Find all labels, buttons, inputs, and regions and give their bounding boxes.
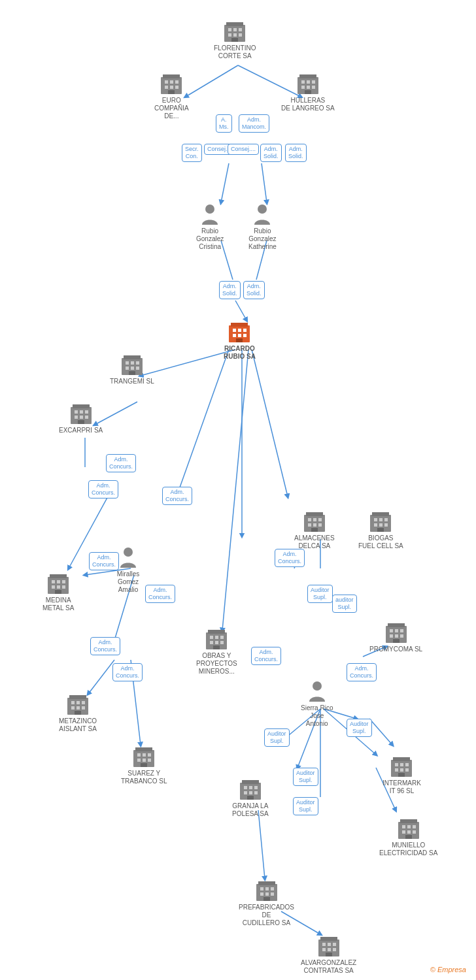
node-alvargonzalez: ALVARGONZALEZ CONTRATAS SA xyxy=(301,934,356,975)
badge-consej2[interactable]: Consej.... xyxy=(228,144,259,155)
svg-point-151 xyxy=(313,681,322,691)
svg-rect-173 xyxy=(407,825,411,828)
svg-rect-56 xyxy=(312,86,315,89)
svg-rect-116 xyxy=(306,512,323,516)
svg-rect-163 xyxy=(395,763,398,766)
node-medina-metal: MEDINA METAL SA xyxy=(42,572,74,612)
svg-rect-35 xyxy=(239,28,242,31)
svg-rect-63 xyxy=(238,329,241,332)
svg-rect-54 xyxy=(301,86,305,89)
svg-rect-158 xyxy=(249,791,252,794)
svg-rect-82 xyxy=(85,410,88,414)
svg-rect-48 xyxy=(168,90,175,94)
badge-auditor-supl4[interactable]: AuditorSupl. xyxy=(264,728,290,747)
svg-rect-155 xyxy=(249,786,252,789)
svg-line-12 xyxy=(177,350,229,497)
svg-rect-91 xyxy=(62,580,65,583)
svg-line-7 xyxy=(141,350,235,376)
svg-line-2 xyxy=(221,163,229,203)
svg-rect-157 xyxy=(244,791,247,794)
svg-rect-191 xyxy=(328,943,331,946)
badge-adm-solid1[interactable]: Adm.Solid. xyxy=(260,144,282,162)
svg-rect-57 xyxy=(305,90,311,94)
svg-rect-129 xyxy=(374,523,377,527)
svg-rect-104 xyxy=(82,706,85,710)
svg-rect-195 xyxy=(333,948,336,951)
badge-auditor-supl3[interactable]: AuditorSupl. xyxy=(347,719,372,737)
svg-line-16 xyxy=(88,660,114,694)
svg-rect-112 xyxy=(143,759,146,762)
node-promycoma: PROMYCOMA SL xyxy=(369,621,422,653)
badge-adm-concurs3[interactable]: Adm.Concurs. xyxy=(162,487,192,505)
badge-adm-mancom[interactable]: Adm.Mancom. xyxy=(239,114,269,133)
svg-rect-62 xyxy=(233,329,236,332)
svg-rect-113 xyxy=(148,759,151,762)
svg-rect-126 xyxy=(374,518,377,521)
svg-rect-89 xyxy=(52,580,55,583)
svg-rect-37 xyxy=(233,33,237,37)
node-muniello: MUNIELLO ELECTRICIDAD SA xyxy=(379,817,437,857)
node-granja: GRANJA LA POLESA SA xyxy=(232,777,269,818)
svg-rect-176 xyxy=(407,830,411,834)
svg-rect-180 xyxy=(258,881,275,885)
svg-rect-184 xyxy=(260,892,264,896)
svg-rect-131 xyxy=(384,523,388,527)
node-almacenes: ALMACENES DELCA SA xyxy=(294,510,335,550)
svg-rect-141 xyxy=(213,645,220,649)
svg-rect-38 xyxy=(239,33,242,37)
badge-adm-concurs5[interactable]: Adm.Concurs. xyxy=(145,585,175,603)
badge-auditor-supl5[interactable]: AuditorSupl. xyxy=(293,768,318,786)
svg-rect-47 xyxy=(175,86,178,89)
badge-auditor-supl2[interactable]: auditorSupl. xyxy=(332,595,357,613)
svg-rect-102 xyxy=(71,706,75,710)
svg-rect-169 xyxy=(398,773,405,777)
svg-rect-72 xyxy=(131,361,134,365)
svg-rect-61 xyxy=(231,323,248,327)
svg-point-58 xyxy=(205,204,214,214)
svg-rect-186 xyxy=(271,892,274,896)
node-obras: OBRAS Y PROYECTOS MINEROS... xyxy=(196,627,237,676)
svg-rect-146 xyxy=(400,629,403,632)
svg-rect-177 xyxy=(413,830,416,834)
svg-rect-67 xyxy=(243,334,246,337)
badge-adm-solid4[interactable]: Adm.Solid. xyxy=(243,281,265,299)
svg-rect-160 xyxy=(247,796,254,800)
badge-auditor-supl6[interactable]: AuditorSupl. xyxy=(293,797,318,815)
badge-adm-concurs1[interactable]: Adm.Concurs. xyxy=(106,454,136,472)
svg-rect-92 xyxy=(52,585,55,589)
node-rubio-katherine: Rubio Gonzalez Katherine xyxy=(248,203,277,251)
svg-rect-64 xyxy=(243,329,246,332)
svg-rect-101 xyxy=(82,701,85,704)
svg-rect-109 xyxy=(143,753,146,757)
badge-adm-concurs2[interactable]: Adm.Concurs. xyxy=(88,480,118,498)
badge-auditor-supl1[interactable]: AuditorSupl. xyxy=(307,585,333,603)
svg-rect-135 xyxy=(210,636,213,639)
badge-secr-con[interactable]: Secr.Con. xyxy=(182,144,202,162)
svg-rect-127 xyxy=(379,518,382,521)
badge-adm-concurs9[interactable]: Adm.Concurs. xyxy=(251,647,281,665)
svg-rect-171 xyxy=(400,819,417,823)
svg-rect-196 xyxy=(326,953,332,956)
svg-point-59 xyxy=(258,204,267,214)
svg-rect-44 xyxy=(175,80,178,84)
badge-a-ms[interactable]: A.Ms. xyxy=(216,114,232,133)
badge-adm-concurs7[interactable]: Adm.Concurs. xyxy=(112,663,143,681)
svg-rect-114 xyxy=(141,763,147,767)
svg-rect-110 xyxy=(148,753,151,757)
node-trangemi: TRANGEMI SL xyxy=(110,353,154,385)
svg-rect-128 xyxy=(384,518,388,521)
badge-adm-solid2[interactable]: Adm.Solid. xyxy=(285,144,307,162)
svg-rect-119 xyxy=(318,518,322,521)
svg-rect-148 xyxy=(395,634,398,638)
svg-rect-66 xyxy=(238,334,241,337)
svg-rect-145 xyxy=(395,629,398,632)
badge-adm-concurs8[interactable]: Adm.Concurs. xyxy=(275,549,305,567)
badge-adm-concurs4[interactable]: Adm.Concurs. xyxy=(89,552,119,570)
badge-adm-concurs6[interactable]: Adm.Concurs. xyxy=(90,637,120,655)
svg-rect-75 xyxy=(131,367,134,370)
svg-rect-150 xyxy=(393,639,400,643)
badge-adm-solid3[interactable]: Adm.Solid. xyxy=(219,281,241,299)
svg-rect-86 xyxy=(78,420,84,424)
badge-adm-concurs10[interactable]: Adm.Concurs. xyxy=(347,663,377,681)
svg-rect-34 xyxy=(233,28,237,31)
